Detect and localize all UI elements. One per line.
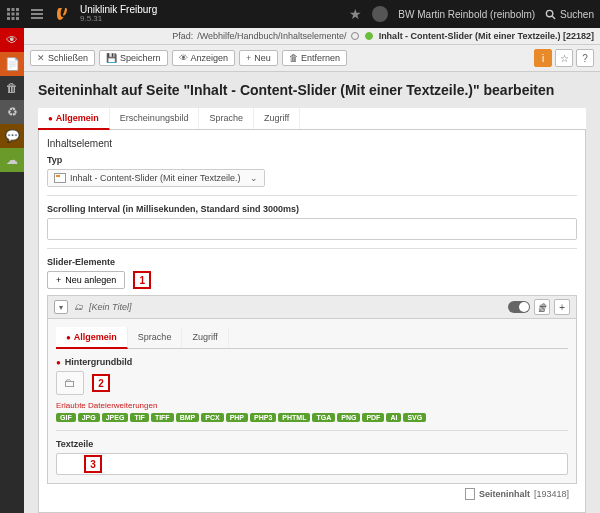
file-ext-badge: PHP <box>226 413 248 422</box>
chevron-down-icon: ⌄ <box>250 173 258 183</box>
typo3-logo-icon <box>54 6 70 22</box>
textline-label: Textzeile <box>56 439 568 449</box>
collapse-toggle-icon[interactable]: ▾ <box>54 300 68 314</box>
close-button[interactable]: ✕Schließen <box>30 50 95 66</box>
type-label: Typ <box>47 155 577 165</box>
file-ext-badge: TIF <box>130 413 149 422</box>
slider-element-panel: ▾ 🗂 [Kein Titel] 🗑 + Allgemein Sprache <box>47 295 577 484</box>
slider-elements-label: Slider-Elemente <box>47 257 577 267</box>
add-slider-element-button[interactable]: +Neu anlegen <box>47 271 125 289</box>
main-panel: Inhaltselement Typ Inhalt - Content-Slid… <box>38 130 586 513</box>
slider-element-title: [Kein Titel] <box>89 302 131 312</box>
module-recycler-icon[interactable]: ♻ <box>0 100 24 124</box>
svg-line-13 <box>552 16 555 19</box>
module-cloud-icon[interactable]: ☁ <box>0 148 24 172</box>
module-log-icon[interactable]: 💬 <box>0 124 24 148</box>
file-ext-badge: GIF <box>56 413 76 422</box>
allowed-ext-label: Erlaubte Dateierweiterungen <box>56 401 568 410</box>
svg-rect-7 <box>12 17 15 20</box>
main-tabs: Allgemein Erscheinungsbild Sprache Zugri… <box>38 108 586 130</box>
annotation-marker-1: 1 <box>133 271 151 289</box>
bookmark-star-icon[interactable]: ★ <box>349 6 362 22</box>
background-image-label: Hintergrundbild <box>56 357 568 367</box>
svg-rect-8 <box>16 17 19 20</box>
textline-input[interactable] <box>56 453 568 475</box>
interval-label: Scrolling Interval (in Millisekunden, St… <box>47 204 577 214</box>
breadcrumb: Pfad: /Webhilfe/Handbuch/Inhaltselemente… <box>24 28 600 45</box>
tab-general[interactable]: Allgemein <box>38 108 110 130</box>
svg-rect-6 <box>7 17 10 20</box>
app-grid-icon[interactable] <box>6 7 20 21</box>
file-ext-badge: BMP <box>176 413 200 422</box>
help-button[interactable]: ? <box>576 49 594 67</box>
search-box[interactable]: Suchen <box>545 9 594 20</box>
annotation-marker-3: 3 <box>84 455 102 473</box>
content-element-heading: Inhaltselement <box>47 138 577 149</box>
file-browser-button[interactable]: 🗀 <box>56 371 84 395</box>
tab-language[interactable]: Sprache <box>199 108 254 129</box>
search-icon <box>545 9 556 20</box>
svg-rect-9 <box>31 9 43 11</box>
nested-tab-access[interactable]: Zugriff <box>182 327 228 348</box>
interval-input[interactable] <box>47 218 577 240</box>
file-ext-badge: PDF <box>362 413 384 422</box>
new-button[interactable]: +Neu <box>239 50 278 66</box>
file-ext-badge: AI <box>386 413 401 422</box>
svg-rect-5 <box>16 13 19 16</box>
tab-appearance[interactable]: Erscheinungsbild <box>110 108 200 129</box>
folder-icon: 🗀 <box>64 376 76 390</box>
delete-element-button[interactable]: 🗑 <box>534 299 550 315</box>
user-avatar-icon[interactable] <box>372 6 388 22</box>
page-title: Seiteninhalt auf Seite "Inhalt - Content… <box>38 82 586 98</box>
type-select[interactable]: Inhalt - Content-Slider (Mit einer Textz… <box>47 169 265 187</box>
module-sidebar: 👁 📄 🗑 ♻ 💬 ☁ <box>0 28 24 513</box>
plus-icon: + <box>246 53 251 63</box>
status-dot-icon <box>351 32 359 40</box>
nested-tab-general[interactable]: Allgemein <box>56 327 128 349</box>
svg-rect-4 <box>12 13 15 16</box>
tab-access[interactable]: Zugriff <box>254 108 300 129</box>
file-ext-badge: JPG <box>78 413 100 422</box>
nested-tab-language[interactable]: Sprache <box>128 327 183 348</box>
list-icon[interactable] <box>30 7 44 21</box>
content-element-icon: 🗂 <box>74 302 83 312</box>
file-ext-badge: PHTML <box>278 413 310 422</box>
svg-rect-3 <box>7 13 10 16</box>
file-ext-badge: PNG <box>337 413 360 422</box>
visibility-toggle[interactable] <box>508 301 530 313</box>
bookmark-button[interactable]: ☆ <box>555 49 573 67</box>
svg-rect-11 <box>31 17 43 19</box>
nested-tabs: Allgemein Sprache Zugriff <box>56 327 568 349</box>
svg-rect-2 <box>16 8 19 11</box>
plus-icon: + <box>56 275 61 285</box>
module-list-icon[interactable]: 📄 <box>0 52 24 76</box>
file-ext-badge: TIFF <box>151 413 174 422</box>
add-element-button[interactable]: + <box>554 299 570 315</box>
file-ext-badge: TGA <box>312 413 335 422</box>
info-button[interactable]: i <box>534 49 552 67</box>
view-button[interactable]: 👁Anzeigen <box>172 50 236 66</box>
trash-icon: 🗑 <box>289 53 298 63</box>
file-ext-badge: PCX <box>201 413 223 422</box>
save-button[interactable]: 💾Speichern <box>99 50 168 66</box>
file-ext-badges: GIFJPGJPEGTIFTIFFBMPPCXPHPPHP3PHTMLTGAPN… <box>56 413 568 422</box>
site-name: Uniklinik Freiburg 9.5.31 <box>80 4 157 24</box>
main-area: Pfad: /Webhilfe/Handbuch/Inhaltselemente… <box>24 28 600 513</box>
file-ext-badge: PHP3 <box>250 413 276 422</box>
slider-element-header[interactable]: ▾ 🗂 [Kein Titel] 🗑 + <box>48 296 576 319</box>
svg-rect-1 <box>12 8 15 11</box>
save-icon: 💾 <box>106 53 117 63</box>
module-trash-icon[interactable]: 🗑 <box>0 76 24 100</box>
user-name[interactable]: BW Martin Reinbold (reinbolm) <box>398 9 535 20</box>
status-dot-green-icon <box>365 32 373 40</box>
topbar: Uniklinik Freiburg 9.5.31 ★ BW Martin Re… <box>0 0 600 28</box>
footer-meta: Seiteninhalt [193418] <box>47 484 577 504</box>
remove-button[interactable]: 🗑Entfernen <box>282 50 347 66</box>
svg-point-12 <box>546 10 552 16</box>
module-page-icon[interactable]: 👁 <box>0 28 24 52</box>
content-type-icon <box>54 173 66 183</box>
annotation-marker-2: 2 <box>92 374 110 392</box>
page-icon <box>465 488 475 500</box>
eye-icon: 👁 <box>179 53 188 63</box>
file-ext-badge: SVG <box>403 413 426 422</box>
